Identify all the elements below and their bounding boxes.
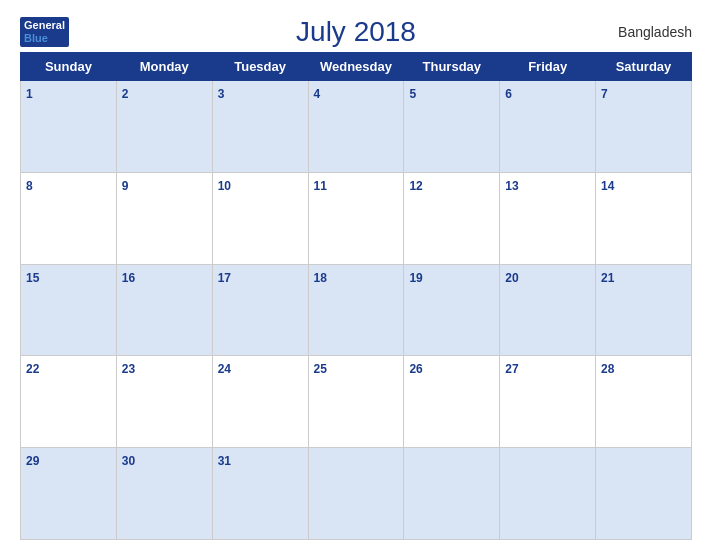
calendar-cell: 27	[500, 356, 596, 448]
day-number: 13	[505, 179, 518, 193]
calendar-cell	[404, 448, 500, 540]
calendar-cell: 18	[308, 264, 404, 356]
calendar-cell: 30	[116, 448, 212, 540]
day-number: 17	[218, 271, 231, 285]
calendar-cell: 22	[21, 356, 117, 448]
day-number: 27	[505, 362, 518, 376]
day-number: 21	[601, 271, 614, 285]
calendar-cell: 29	[21, 448, 117, 540]
day-number: 19	[409, 271, 422, 285]
calendar-cell: 7	[596, 81, 692, 173]
day-number: 29	[26, 454, 39, 468]
calendar-cell	[596, 448, 692, 540]
weekday-header-tuesday: Tuesday	[212, 53, 308, 81]
calendar-cell: 19	[404, 264, 500, 356]
calendar-cell: 8	[21, 172, 117, 264]
calendar-cell: 24	[212, 356, 308, 448]
calendar-week-row: 293031	[21, 448, 692, 540]
calendar-cell	[500, 448, 596, 540]
calendar-cell: 9	[116, 172, 212, 264]
calendar-cell: 17	[212, 264, 308, 356]
calendar-cell: 10	[212, 172, 308, 264]
calendar-cell: 2	[116, 81, 212, 173]
logo: General Blue	[20, 17, 69, 47]
day-number: 15	[26, 271, 39, 285]
calendar-cell: 26	[404, 356, 500, 448]
day-number: 9	[122, 179, 129, 193]
calendar-cell: 1	[21, 81, 117, 173]
day-number: 4	[314, 87, 321, 101]
calendar-header: General Blue July 2018 Bangladesh	[20, 10, 692, 48]
day-number: 14	[601, 179, 614, 193]
day-number: 5	[409, 87, 416, 101]
calendar-cell: 16	[116, 264, 212, 356]
day-number: 2	[122, 87, 129, 101]
calendar-cell: 11	[308, 172, 404, 264]
calendar-week-row: 1234567	[21, 81, 692, 173]
day-number: 6	[505, 87, 512, 101]
day-number: 18	[314, 271, 327, 285]
country-label: Bangladesh	[618, 24, 692, 40]
weekday-header-thursday: Thursday	[404, 53, 500, 81]
calendar-table: SundayMondayTuesdayWednesdayThursdayFrid…	[20, 52, 692, 540]
day-number: 1	[26, 87, 33, 101]
day-number: 7	[601, 87, 608, 101]
day-number: 31	[218, 454, 231, 468]
calendar-cell: 31	[212, 448, 308, 540]
calendar-cell: 5	[404, 81, 500, 173]
logo-line2: Blue	[24, 32, 65, 45]
calendar-cell: 13	[500, 172, 596, 264]
calendar-cell: 23	[116, 356, 212, 448]
calendar-cell: 3	[212, 81, 308, 173]
logo-line1: General	[24, 19, 65, 32]
calendar-cell	[308, 448, 404, 540]
calendar-cell: 15	[21, 264, 117, 356]
weekday-header-wednesday: Wednesday	[308, 53, 404, 81]
calendar-week-row: 891011121314	[21, 172, 692, 264]
day-number: 22	[26, 362, 39, 376]
weekday-header-saturday: Saturday	[596, 53, 692, 81]
calendar-week-row: 15161718192021	[21, 264, 692, 356]
day-number: 3	[218, 87, 225, 101]
calendar-cell: 28	[596, 356, 692, 448]
logo-icon: General Blue	[20, 17, 69, 47]
calendar-cell: 6	[500, 81, 596, 173]
day-number: 16	[122, 271, 135, 285]
day-number: 30	[122, 454, 135, 468]
calendar-cell: 12	[404, 172, 500, 264]
weekday-header-row: SundayMondayTuesdayWednesdayThursdayFrid…	[21, 53, 692, 81]
day-number: 28	[601, 362, 614, 376]
day-number: 12	[409, 179, 422, 193]
day-number: 8	[26, 179, 33, 193]
calendar-cell: 20	[500, 264, 596, 356]
weekday-header-sunday: Sunday	[21, 53, 117, 81]
calendar-week-row: 22232425262728	[21, 356, 692, 448]
calendar-cell: 14	[596, 172, 692, 264]
weekday-header-friday: Friday	[500, 53, 596, 81]
weekday-header-monday: Monday	[116, 53, 212, 81]
day-number: 24	[218, 362, 231, 376]
day-number: 23	[122, 362, 135, 376]
calendar-cell: 21	[596, 264, 692, 356]
month-title: July 2018	[296, 16, 416, 48]
day-number: 20	[505, 271, 518, 285]
day-number: 25	[314, 362, 327, 376]
calendar-cell: 25	[308, 356, 404, 448]
day-number: 26	[409, 362, 422, 376]
calendar-cell: 4	[308, 81, 404, 173]
day-number: 11	[314, 179, 327, 193]
day-number: 10	[218, 179, 231, 193]
